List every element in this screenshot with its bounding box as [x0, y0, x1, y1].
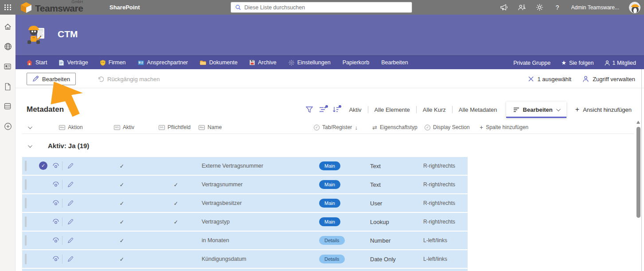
sort-icon[interactable]	[329, 103, 343, 116]
site-logo[interactable]	[27, 24, 50, 47]
group-collapse-button[interactable]	[28, 141, 31, 149]
table-header: Abc Aktion 0/1 Aktiv 0/1 Pflichtfeld Abc…	[22, 121, 634, 134]
display-section-value: L-left/links	[423, 232, 447, 249]
nav-item-archive[interactable]: Archive	[250, 59, 277, 66]
eigenschaftstyp-value: Text	[370, 176, 381, 193]
edit-button[interactable]: Bearbeiten	[27, 73, 76, 85]
pencil-icon[interactable]	[66, 180, 74, 189]
nav-item-papierkorb[interactable]: Papierkorb	[343, 59, 369, 66]
nav-item-bearbeiten[interactable]: Bearbeiten	[381, 59, 408, 66]
help-icon[interactable]: ?	[554, 4, 562, 12]
row-selected-check-icon[interactable]: ✓	[39, 161, 47, 170]
table-row[interactable]: ✓ ✓ Vertragsbesitzer Main User R-right/r…	[22, 194, 468, 212]
shield-icon	[100, 60, 105, 66]
row-drag-handle[interactable]	[25, 216, 27, 227]
brand-logo[interactable]: GmbH Teamsware	[20, 0, 83, 15]
row-name[interactable]: Externe Vertragsnummer	[202, 157, 263, 175]
pflichtfeld-checkmark	[172, 232, 180, 249]
undo-button[interactable]: Rückgängig machen	[93, 73, 164, 85]
eye-icon[interactable]	[51, 199, 60, 208]
settings-gear-icon[interactable]	[536, 4, 544, 12]
house-icon	[27, 60, 32, 65]
group-header: Aktiv: Ja (19)	[22, 138, 89, 153]
table-row[interactable]: ✓ in Monaten Details Number L-left/links	[22, 232, 468, 249]
column-header-aktiv[interactable]: 0/1 Aktiv	[114, 121, 134, 134]
eye-icon[interactable]	[51, 236, 60, 245]
pflichtfeld-checkmark: ✓	[172, 176, 180, 193]
nav-item-ansprechpartner[interactable]: Ansprechpartner	[138, 59, 188, 66]
table-row[interactable]: ✓ ✓ Vertragstyp Main Lookup R-right/rech…	[22, 213, 468, 231]
globe-icon[interactable]	[0, 40, 16, 53]
pencil-icon[interactable]	[66, 199, 74, 208]
home-icon[interactable]	[0, 20, 16, 33]
search-input[interactable]	[244, 4, 407, 11]
add-view-button[interactable]: + Ansicht hinzufügen	[569, 106, 632, 114]
row-name[interactable]: in Monaten	[202, 232, 229, 249]
eye-icon[interactable]	[51, 217, 60, 226]
column-header-eigenschaftstyp[interactable]: ⇄ Eigenschaftstyp	[372, 121, 418, 134]
view-pivot-alle-kurz[interactable]: Alle Kurz	[417, 106, 452, 113]
sharepoint-label[interactable]: SharePoint	[109, 4, 140, 11]
pencil-icon[interactable]	[66, 217, 74, 226]
add-column-button[interactable]: + Spalte hinzufügen	[480, 121, 528, 134]
members-button[interactable]: 1 Mitglied	[605, 60, 636, 66]
collapse-all-button[interactable]	[28, 121, 31, 134]
pencil-icon[interactable]	[66, 236, 74, 245]
nav-item-dokumente[interactable]: Dokumente	[200, 59, 238, 66]
row-drag-handle[interactable]	[25, 254, 27, 264]
display-section-value: R-right/rechts	[423, 194, 455, 212]
announcements-icon[interactable]	[500, 4, 508, 12]
nav-item-start[interactable]: Start	[27, 59, 47, 66]
manage-access-button[interactable]: Zugriff verwalten	[583, 76, 635, 82]
nav-item-firmen[interactable]: Firmen	[100, 59, 126, 66]
column-header-pflichtfeld[interactable]: 0/1 Pflichtfeld	[159, 121, 191, 134]
column-header-aktion[interactable]: Abc Aktion	[59, 121, 83, 134]
active-view-dropdown[interactable]: Bearbeiten	[506, 102, 566, 118]
site-title[interactable]: CTM	[58, 29, 78, 39]
pencil-icon[interactable]	[66, 255, 74, 263]
view-pivot-aktiv[interactable]: Aktiv	[343, 106, 367, 113]
row-drag-handle[interactable]	[25, 179, 27, 190]
column-header-name[interactable]: Abc Name	[199, 121, 222, 134]
filter-icon[interactable]	[303, 103, 316, 116]
row-drag-handle[interactable]	[25, 235, 27, 246]
lists-icon[interactable]	[0, 100, 16, 113]
search-box[interactable]	[230, 2, 412, 13]
view-pivot-alle-elemente[interactable]: Alle Elemente	[368, 106, 416, 113]
following-button[interactable]: ★ Sie folgen	[561, 59, 593, 66]
create-new-icon[interactable]	[0, 120, 16, 133]
news-icon[interactable]	[0, 60, 16, 73]
column-header-display-section[interactable]: ✓ Display Section	[425, 121, 470, 134]
account-name[interactable]: Admin Teamsware...	[571, 4, 620, 11]
eye-icon[interactable]	[51, 180, 60, 189]
nav-item-vertraege[interactable]: Verträge	[59, 59, 88, 66]
table-row[interactable]: ✓ ✓ Externe Vertragsnummer Main Text R-r…	[22, 157, 468, 175]
scroll-up-arrow[interactable]	[636, 121, 640, 124]
group-by-icon[interactable]	[316, 103, 329, 116]
vertical-scrollbar[interactable]	[636, 120, 640, 271]
pencil-icon	[32, 76, 39, 82]
row-drag-handle[interactable]	[25, 198, 27, 208]
eye-icon[interactable]	[51, 161, 60, 170]
column-header-tab-register[interactable]: ✓ Tab/Register ↓	[314, 121, 358, 134]
eye-icon[interactable]	[51, 255, 60, 263]
view-pivot-alle-metadaten[interactable]: Alle Metadaten	[453, 106, 503, 113]
clear-selection-button[interactable]: 1 ausgewählt	[528, 76, 572, 82]
row-name[interactable]: Vertragsbesitzer	[202, 194, 242, 212]
row-drag-handle[interactable]	[25, 161, 27, 171]
pencil-icon[interactable]	[66, 161, 74, 170]
share-site-icon[interactable]	[518, 4, 526, 12]
scrollbar-thumb[interactable]	[636, 127, 640, 218]
table-row[interactable]: ✓ ✓ Vertragsnummer Main Text R-right/rec…	[22, 176, 468, 193]
row-name[interactable]: Vertragstyp	[202, 213, 230, 231]
app-launcher-button[interactable]	[0, 0, 16, 15]
table-row[interactable]: ✓ Kündigungsdatum Details Date Only L-le…	[22, 250, 468, 268]
favorite-star-icon[interactable]: ☆	[68, 106, 73, 113]
row-name[interactable]: Vertragsnummer	[202, 176, 242, 193]
page-icon[interactable]	[0, 80, 16, 93]
row-name[interactable]: Kündigungsdatum	[202, 250, 246, 268]
account-avatar[interactable]	[629, 2, 640, 13]
nav-item-einstellungen[interactable]: Einstellungen	[289, 59, 331, 66]
sharepoint-window: GmbH Teamsware SharePoint ? Admin Teamsw…	[0, 0, 644, 271]
content-right-border	[641, 69, 642, 271]
